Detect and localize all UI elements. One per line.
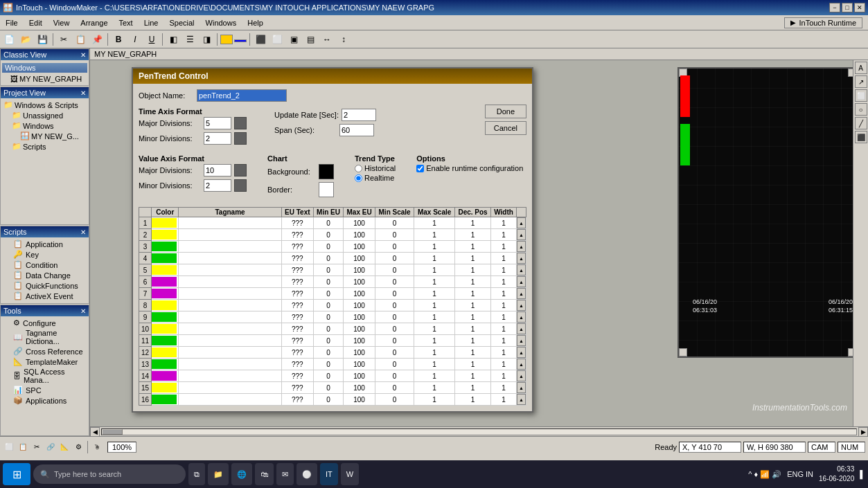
tagname-cell[interactable] <box>179 300 281 311</box>
minimize-button[interactable]: − <box>829 3 840 12</box>
scroll-cell[interactable]: ▲ <box>517 323 526 335</box>
menu-help[interactable]: Help <box>242 17 269 28</box>
scroll-cell[interactable]: ▲ <box>517 276 526 288</box>
menu-text[interactable]: Text <box>114 17 139 28</box>
project-my-new-graph[interactable]: 🪟 MY NEW_G... <box>2 131 87 141</box>
scroll-cell[interactable]: ▲ <box>517 359 526 370</box>
tool-applications[interactable]: 📦 Applications <box>2 395 87 406</box>
scroll-cell[interactable]: ▲ <box>517 311 526 323</box>
tb-btn1[interactable]: ⬛ <box>253 32 268 47</box>
span-input[interactable] <box>339 124 374 136</box>
h-scroll-track[interactable] <box>101 428 857 435</box>
maximize-button[interactable]: □ <box>842 3 853 12</box>
realtime-option[interactable]: Realtime <box>355 174 396 182</box>
script-activex[interactable]: 📋 ActiveX Event <box>2 291 87 301</box>
tagname-cell[interactable] <box>179 253 281 264</box>
color-cell[interactable] <box>152 323 179 335</box>
color-cell[interactable] <box>152 382 179 394</box>
window-item-graph[interactable]: 🖼 MY NEW_GRAPH <box>2 74 87 84</box>
color-cell[interactable] <box>152 359 179 370</box>
color-cell[interactable] <box>152 347 179 359</box>
val-major-input[interactable] <box>204 164 231 177</box>
done-button[interactable]: Done <box>485 105 526 118</box>
right-tool-2[interactable]: ↗ <box>855 75 867 88</box>
chrome-btn[interactable]: ⚪ <box>296 463 317 485</box>
tools-close[interactable]: ✕ <box>80 307 86 315</box>
scroll-right-btn[interactable]: ▶ <box>858 427 868 437</box>
project-windows[interactable]: 📁 Windows <box>2 120 87 131</box>
status-btn1[interactable]: ⬜ <box>3 441 15 453</box>
historical-option[interactable]: Historical <box>355 164 396 172</box>
color-fill-btn[interactable] <box>220 35 233 44</box>
tagname-cell[interactable] <box>179 323 281 335</box>
tool-cross-reference[interactable]: 🔗 Cross Reference <box>2 346 87 356</box>
tagname-cell[interactable] <box>179 370 281 382</box>
menu-arrange[interactable]: Arrange <box>75 17 113 28</box>
scroll-cell[interactable]: ▲ <box>517 217 526 229</box>
script-data-change[interactable]: 📋 Data Change <box>2 270 87 280</box>
color-cell[interactable] <box>152 264 179 276</box>
script-key[interactable]: 🔑 Key <box>2 249 87 260</box>
status-btn7[interactable]: 🖱 <box>91 441 103 453</box>
color-cell[interactable] <box>152 300 179 311</box>
script-application[interactable]: 📋 Application <box>2 239 87 249</box>
scroll-cell[interactable]: ▲ <box>517 382 526 394</box>
color-cell[interactable] <box>152 276 179 288</box>
val-minor-input[interactable] <box>204 179 231 192</box>
project-unassigned[interactable]: 📁 Unassigned <box>2 110 87 120</box>
copy-btn[interactable]: 📋 <box>73 32 88 47</box>
tb-btn3[interactable]: ▣ <box>286 32 301 47</box>
italic-btn[interactable]: I <box>127 32 143 47</box>
bold-btn[interactable]: B <box>111 32 126 47</box>
scroll-cell[interactable]: ▲ <box>517 347 526 359</box>
tb-btn2[interactable]: ⬜ <box>269 32 285 47</box>
mail-btn[interactable]: ✉ <box>276 463 294 485</box>
script-condition[interactable]: 📋 Condition <box>2 260 87 270</box>
edge-btn[interactable]: 🌐 <box>231 463 252 485</box>
color-cell[interactable] <box>152 241 179 253</box>
tool-spc[interactable]: 📊 SPC <box>2 385 87 395</box>
tagname-cell[interactable] <box>179 382 281 394</box>
scroll-cell[interactable]: ▲ <box>517 394 526 406</box>
h-scrollbar[interactable]: ◀ ▶ <box>90 426 868 436</box>
menu-line[interactable]: Line <box>139 17 164 28</box>
word-btn[interactable]: W <box>341 463 359 485</box>
scroll-cell[interactable]: ▲ <box>517 229 526 241</box>
underline-btn[interactable]: U <box>144 32 159 47</box>
save-btn[interactable]: 💾 <box>35 32 50 47</box>
update-rate-input[interactable] <box>342 109 376 121</box>
start-button[interactable]: ⊞ <box>3 463 30 485</box>
tagname-cell[interactable] <box>179 335 281 347</box>
paste-btn[interactable]: 📌 <box>89 32 105 47</box>
scroll-cell[interactable]: ▲ <box>517 300 526 311</box>
enable-runtime-option[interactable]: Enable runtime configuration <box>416 164 523 172</box>
menu-file[interactable]: File <box>0 17 24 28</box>
status-btn6[interactable]: ⚙ <box>72 441 85 453</box>
color-line-btn[interactable] <box>234 39 247 42</box>
bg-color-btn[interactable] <box>319 164 334 179</box>
right-tool-1[interactable]: A <box>855 62 867 74</box>
right-tool-4[interactable]: ○ <box>855 103 867 116</box>
tagname-cell[interactable] <box>179 347 281 359</box>
project-view-close[interactable]: ✕ <box>80 89 86 97</box>
tagname-cell[interactable] <box>179 276 281 288</box>
tagname-cell[interactable] <box>179 241 281 253</box>
classic-view-close[interactable]: ✕ <box>80 51 86 59</box>
tagname-cell[interactable] <box>179 359 281 370</box>
scripts-close[interactable]: ✕ <box>80 228 86 236</box>
color-cell[interactable] <box>152 311 179 323</box>
scroll-cell[interactable]: ▲ <box>517 264 526 276</box>
tool-template-maker[interactable]: 📐 TemplateMaker <box>2 356 87 367</box>
status-btn2[interactable]: 📋 <box>17 441 29 453</box>
tb-btn4[interactable]: ▤ <box>303 32 318 47</box>
file-explorer-btn[interactable]: 📁 <box>208 463 229 485</box>
minor-div-input[interactable] <box>204 132 231 145</box>
h-scroll-thumb[interactable] <box>102 429 123 435</box>
color-cell[interactable] <box>152 217 179 229</box>
object-name-input[interactable] <box>197 89 287 102</box>
major-color-btn[interactable] <box>234 117 247 129</box>
search-bar[interactable]: 🔍 Type here to search <box>33 464 186 484</box>
script-quick-functions[interactable]: 📋 QuickFunctions <box>2 280 87 291</box>
tool-tagname-dict[interactable]: 📖 Tagname Dictiona... <box>2 328 87 346</box>
tool-sql-access[interactable]: 🗄 SQL Access Mana... <box>2 367 87 385</box>
